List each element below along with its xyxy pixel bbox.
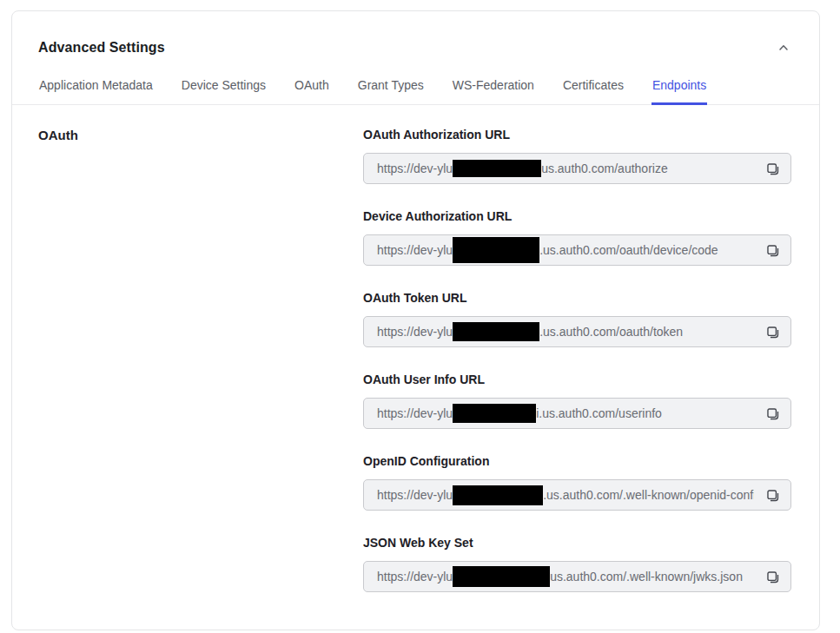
redaction-block xyxy=(453,566,550,587)
copy-icon xyxy=(765,325,780,340)
url-value: https://dev-yluus.auth0.com/authorize xyxy=(377,160,668,177)
url-value: https://dev-ylu.us.auth0.com/oauth/token xyxy=(377,322,683,341)
url-value: https://dev-ylui.us.auth0.com/userinfo xyxy=(377,404,662,423)
chevron-up-icon xyxy=(777,42,790,54)
endpoint-field: OAuth Authorization URL https://dev-yluu… xyxy=(363,128,791,184)
endpoint-field: OAuth Token URL https://dev-ylu.us.auth0… xyxy=(363,291,791,347)
redaction-block xyxy=(453,322,539,341)
endpoint-field: OpenID Configuration https://dev-ylu.us.… xyxy=(363,454,791,511)
field-label: Device Authorization URL xyxy=(363,209,791,223)
tab-ws-federation[interactable]: WS-Federation xyxy=(452,78,535,104)
endpoints-tab-content: OAuth OAuth Authorization URL https://de… xyxy=(12,105,819,617)
tab-application-metadata[interactable]: Application Metadata xyxy=(38,78,154,104)
endpoint-field: Device Authorization URL https://dev-ylu… xyxy=(363,209,791,266)
redaction-block xyxy=(453,237,539,263)
copy-button[interactable] xyxy=(760,320,784,344)
copy-button[interactable] xyxy=(760,564,784,589)
tab-bar: Application MetadataDevice SettingsOAuth… xyxy=(12,78,819,105)
copy-button[interactable] xyxy=(760,156,784,181)
url-field-oauth-authorization-url[interactable]: https://dev-yluus.auth0.com/authorize xyxy=(363,153,791,184)
tab-certificates[interactable]: Certificates xyxy=(562,78,625,104)
fields-column: OAuth Authorization URL https://dev-yluu… xyxy=(363,128,791,617)
url-value: https://dev-ylu.us.auth0.com/oauth/devic… xyxy=(377,237,718,263)
redaction-block xyxy=(453,485,543,505)
redaction-block xyxy=(453,404,536,423)
section-heading: OAuth xyxy=(38,128,363,142)
copy-button[interactable] xyxy=(760,483,784,507)
copy-button[interactable] xyxy=(760,401,784,425)
tab-device-settings[interactable]: Device Settings xyxy=(181,78,267,104)
endpoint-field: JSON Web Key Set https://dev-yluus.auth0… xyxy=(363,536,791,592)
copy-icon xyxy=(765,570,780,584)
collapse-panel-button[interactable] xyxy=(776,40,791,56)
tab-endpoints[interactable]: Endpoints xyxy=(651,78,707,104)
field-label: JSON Web Key Set xyxy=(363,536,791,550)
section-column: OAuth xyxy=(38,128,363,617)
url-value: https://dev-ylu.us.auth0.com/.well-known… xyxy=(377,485,754,505)
url-value: https://dev-yluus.auth0.com/.well-known/… xyxy=(377,566,743,587)
field-label: OAuth Authorization URL xyxy=(363,128,791,142)
redaction-block xyxy=(453,160,541,177)
field-label: OAuth Token URL xyxy=(363,291,791,305)
url-field-oauth-user-info-url[interactable]: https://dev-ylui.us.auth0.com/userinfo xyxy=(363,398,791,429)
url-field-device-authorization-url[interactable]: https://dev-ylu.us.auth0.com/oauth/devic… xyxy=(363,234,791,266)
url-field-json-web-key-set[interactable]: https://dev-yluus.auth0.com/.well-known/… xyxy=(363,561,791,592)
copy-icon xyxy=(765,243,780,258)
copy-icon xyxy=(765,488,780,503)
tab-oauth[interactable]: OAuth xyxy=(294,78,330,104)
endpoint-field: OAuth User Info URL https://dev-ylui.us.… xyxy=(363,373,791,429)
advanced-settings-panel: Advanced Settings Application MetadataDe… xyxy=(11,10,820,630)
tab-grant-types[interactable]: Grant Types xyxy=(357,78,425,104)
panel-header: Advanced Settings xyxy=(12,11,819,56)
url-field-oauth-token-url[interactable]: https://dev-ylu.us.auth0.com/oauth/token xyxy=(363,316,791,347)
copy-icon xyxy=(765,406,780,421)
field-label: OpenID Configuration xyxy=(363,454,791,468)
panel-title: Advanced Settings xyxy=(38,40,165,56)
copy-icon xyxy=(765,162,780,176)
url-field-openid-configuration[interactable]: https://dev-ylu.us.auth0.com/.well-known… xyxy=(363,479,791,511)
copy-button[interactable] xyxy=(760,238,784,262)
field-label: OAuth User Info URL xyxy=(363,373,791,386)
